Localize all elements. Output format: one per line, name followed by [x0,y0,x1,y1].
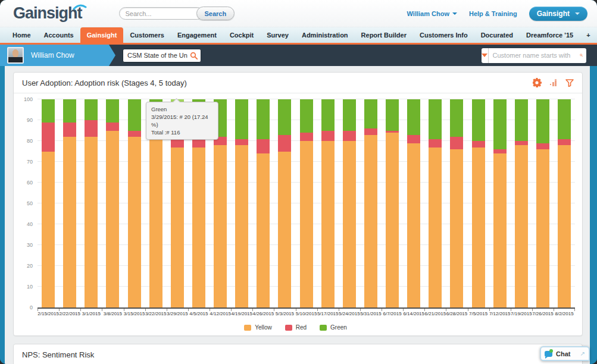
bar-segment-green[interactable] [386,99,399,131]
bar-segment-green[interactable] [472,99,485,141]
bar-segment-red[interactable] [450,137,463,149]
stacked-bar[interactable] [42,99,55,307]
bar-segment-red[interactable] [536,143,549,150]
stacked-bar[interactable] [343,99,356,307]
org-switcher-button[interactable]: Gainsight [529,7,587,21]
stacked-bar[interactable] [321,99,335,307]
bar-segment-green[interactable] [515,99,528,141]
bar-segment-yellow[interactable] [343,141,356,307]
bar-segment-yellow[interactable] [85,137,98,307]
bar-segment-green[interactable] [63,99,76,123]
stacked-bar[interactable] [386,99,399,307]
stacked-bar[interactable] [558,99,571,307]
stacked-bar[interactable] [407,99,420,307]
bar-segment-red[interactable] [364,128,377,135]
tab-accounts[interactable]: Accounts [37,27,80,43]
bar-segment-red[interactable] [235,139,248,146]
bar-segment-red[interactable] [558,139,571,146]
bar-segment-red[interactable] [515,141,528,145]
tab-customers-info[interactable]: Customers Info [413,27,474,43]
bar-segment-green[interactable] [128,99,141,131]
bar-segment-yellow[interactable] [515,145,528,307]
tab-engagement[interactable]: Engagement [171,27,223,43]
bar-segment-yellow[interactable] [386,133,399,307]
bar-segment-red[interactable] [429,139,442,148]
bar-segment-red[interactable] [128,131,141,137]
bar-segment-red[interactable] [63,123,76,137]
chat-button[interactable]: Chat ↗ [540,346,590,361]
tab-customers[interactable]: Customers [123,27,170,43]
tab-docurated[interactable]: Docurated [474,27,520,43]
stacked-bar[interactable] [235,99,248,307]
bar-segment-yellow[interactable] [493,153,507,307]
stacked-bar[interactable] [128,99,141,307]
bar-segment-yellow[interactable] [536,149,549,307]
bar-segment-yellow[interactable] [278,152,291,308]
tab-dreamforce-15[interactable]: Dreamforce '15 [520,27,580,43]
global-search-input[interactable] [119,7,204,20]
bar-segment-yellow[interactable] [214,145,227,307]
bar-segment-red[interactable] [42,123,55,152]
bar-segment-yellow[interactable] [257,153,270,307]
search-icon[interactable] [580,51,583,59]
global-search-button[interactable]: Search [196,7,235,20]
bar-segment-yellow[interactable] [149,139,162,308]
stacked-bar[interactable] [536,99,549,307]
tab-home[interactable]: Home [6,27,37,43]
bar-segment-yellow[interactable] [472,148,485,308]
stacked-bar[interactable] [63,99,76,307]
stacked-bar[interactable] [429,99,442,307]
tab-gainsight[interactable]: Gainsight [80,27,124,43]
gear-icon[interactable] [533,78,542,87]
stacked-bar[interactable] [85,99,98,307]
bar-segment-yellow[interactable] [192,148,205,308]
bar-segment-red[interactable] [321,131,335,142]
bar-segment-red[interactable] [472,141,485,148]
help-training-link[interactable]: Help & Training [469,10,517,17]
user-menu[interactable]: William Chow [407,10,457,17]
tab-report-builder[interactable]: Report Builder [355,27,413,43]
bar-segment-yellow[interactable] [558,145,571,307]
bar-segment-red[interactable] [85,120,98,137]
stacked-bar[interactable] [515,99,528,307]
bar-segment-red[interactable] [343,131,356,142]
bar-segment-yellow[interactable] [450,149,463,307]
filter-dropdown-button[interactable] [482,48,489,63]
bar-segment-yellow[interactable] [171,148,184,308]
bar-segment-green[interactable] [536,99,549,143]
bar-segment-red[interactable] [257,139,270,154]
bar-segment-green[interactable] [106,99,119,123]
bar-segment-green[interactable] [493,99,507,149]
bar-segment-yellow[interactable] [321,141,335,307]
stacked-bar[interactable] [257,99,270,307]
bar-segment-red[interactable] [493,149,507,153]
legend-item-red[interactable]: Red [285,324,307,331]
bar-segment-green[interactable] [85,99,98,120]
tab-cockpit[interactable]: Cockpit [223,27,260,43]
bar-segment-yellow[interactable] [300,141,313,307]
bar-segment-yellow[interactable] [106,131,119,308]
stacked-bar[interactable] [493,99,507,307]
bar-segment-green[interactable] [407,99,420,135]
bar-segment-green[interactable] [558,99,571,139]
bar-segment-green[interactable] [429,99,442,139]
tab-survey[interactable]: Survey [260,27,295,43]
legend-item-yellow[interactable]: Yellow [244,324,272,331]
bar-segment-yellow[interactable] [42,152,55,308]
bar-segment-yellow[interactable] [364,135,377,308]
bar-segment-yellow[interactable] [407,143,420,308]
filter-icon[interactable] [565,79,574,87]
bar-segment-green[interactable] [278,99,291,135]
bar-segment-red[interactable] [278,135,291,152]
bar-segment-yellow[interactable] [128,137,141,307]
bar-segment-yellow[interactable] [429,148,442,308]
stacked-bar[interactable] [300,99,313,307]
stacked-bar[interactable] [450,99,463,307]
bar-segment-green[interactable] [321,99,335,131]
bar-segment-green[interactable] [300,99,313,133]
bar-segment-green[interactable] [450,99,463,137]
bar-segment-green[interactable] [235,99,248,139]
stacked-bar[interactable] [278,99,291,307]
tab-administration[interactable]: Administration [295,27,355,43]
stacked-bar[interactable] [106,99,119,307]
